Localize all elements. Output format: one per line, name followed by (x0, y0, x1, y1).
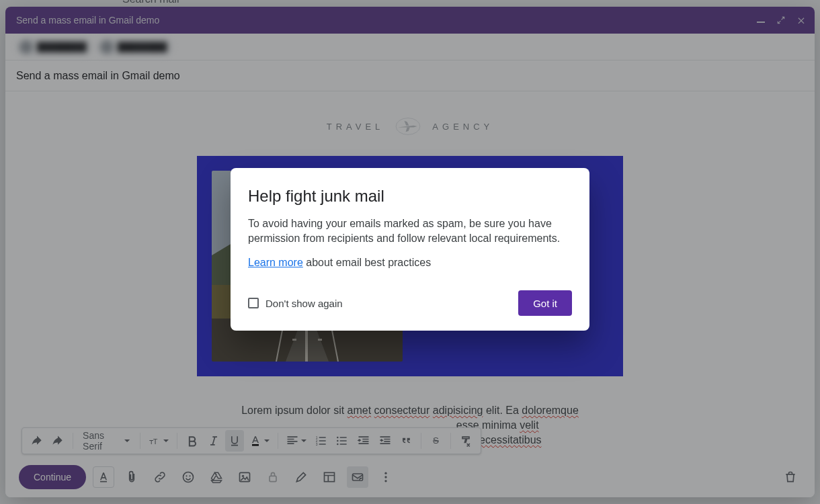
learn-more-suffix: about email best practices (303, 257, 431, 268)
modal-title: Help fight junk mail (248, 187, 572, 206)
modal-scrim: Help fight junk mail To avoid having you… (0, 0, 820, 504)
got-it-button[interactable]: Got it (518, 290, 572, 316)
modal-body: To avoid having your emails marked as sp… (248, 216, 572, 246)
dont-show-label: Don't show again (265, 298, 343, 309)
modal-learn-more-row: Learn more about email best practices (248, 255, 572, 270)
checkbox-box (248, 298, 259, 308)
app-root: Search mail Send a mass email in Gmail d… (0, 0, 820, 504)
dont-show-again-checkbox[interactable]: Don't show again (248, 298, 343, 309)
learn-more-link[interactable]: Learn more (248, 257, 303, 268)
junk-mail-modal: Help fight junk mail To avoid having you… (231, 168, 589, 331)
modal-footer: Don't show again Got it (248, 290, 572, 316)
